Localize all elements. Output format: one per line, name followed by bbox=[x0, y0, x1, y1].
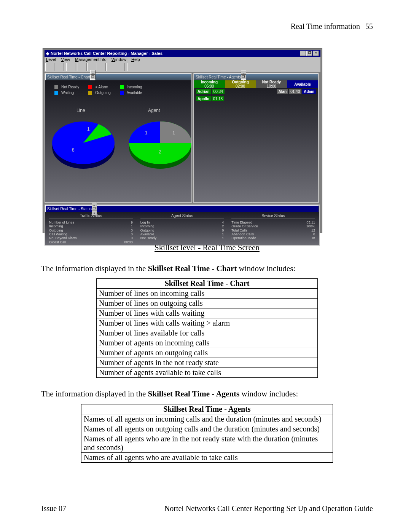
page-number: 55 bbox=[365, 22, 373, 31]
service-status: Sevice Status Time Elapsed03:11Grade Of … bbox=[228, 212, 319, 245]
agents-window: Skillset Real Time - Agents _ ❐ × Incomi… bbox=[193, 73, 319, 203]
toolbar-button[interactable] bbox=[78, 63, 87, 71]
minimize-button[interactable]: _ bbox=[300, 51, 306, 56]
swatch-available bbox=[120, 91, 124, 95]
toolbar-button[interactable] bbox=[127, 63, 136, 71]
status-row: Number of Lines9 bbox=[49, 220, 133, 224]
col-incoming: Incoming05:00 bbox=[194, 80, 225, 88]
traffic-title: Traffic Status bbox=[49, 214, 133, 219]
chart-window-title: Skillset Real Time - Chart _ ❐ × bbox=[45, 73, 191, 80]
agent-title: Agent Status bbox=[140, 214, 224, 219]
svg-text:1: 1 bbox=[87, 126, 90, 132]
table-row: Number of agents in the not ready state bbox=[97, 358, 318, 368]
maximize-button[interactable]: ❐ bbox=[241, 75, 246, 79]
table-row: Names of all agents on outgoing calls an… bbox=[81, 424, 333, 434]
table-row: Names of all agents who are available to… bbox=[81, 452, 333, 462]
pie-agent: 1 1 2 bbox=[126, 115, 194, 177]
table-header: Skillset Real Time - Chart bbox=[97, 279, 318, 289]
text-bold: Skillset Real Time - Agents bbox=[148, 389, 240, 398]
status-row: Time Elapsed03:11 bbox=[231, 220, 315, 224]
toolbar-button[interactable] bbox=[45, 63, 54, 71]
table-row: Names of all agents who are in the not r… bbox=[81, 434, 333, 452]
app-icon: ◆ bbox=[46, 51, 49, 56]
table-row: Number of lines on outgoing calls bbox=[97, 299, 318, 308]
table-chart-info: Skillset Real Time - Chart Number of lin… bbox=[96, 278, 318, 378]
header-rule bbox=[41, 34, 373, 34]
app-titlebar: ◆ Nortel Networks Call Center Reporting … bbox=[45, 50, 320, 57]
maximize-button[interactable]: ❐ bbox=[90, 75, 96, 79]
svg-text:1: 1 bbox=[172, 130, 175, 136]
text: The information displayed in the bbox=[41, 264, 148, 273]
col-outgoing: Outgoing02:00 bbox=[225, 80, 256, 88]
status-title-text: Skillset Real Time - Status bbox=[47, 207, 92, 211]
table-row: Number of lines on incoming calls bbox=[97, 289, 318, 299]
menu-help[interactable]: Help bbox=[131, 57, 140, 62]
status-window-title: Skillset Real Time - Status _ ❐ × bbox=[45, 205, 319, 212]
legend-label: Available bbox=[127, 91, 142, 95]
legend-label: Outgoing bbox=[95, 91, 111, 95]
minimize-button[interactable]: _ bbox=[241, 70, 246, 75]
status-row: Available1 bbox=[140, 232, 224, 236]
section-title: Real Time information bbox=[291, 22, 360, 31]
chart-window: Skillset Real Time - Chart _ ❐ × Not Rea… bbox=[45, 73, 192, 203]
status-row: Abandon Calls0 bbox=[231, 232, 315, 236]
table-row: Number of agents on outgoing calls bbox=[97, 348, 318, 358]
svg-text:8: 8 bbox=[72, 147, 75, 153]
toolbar-button[interactable] bbox=[55, 63, 64, 71]
page-header: Real Time information 55 bbox=[41, 22, 373, 33]
app-title: Nortel Networks Call Center Reporting - … bbox=[51, 51, 162, 56]
text-bold: Skillset Real Time - Chart bbox=[148, 264, 237, 273]
maximize-button[interactable]: ❐ bbox=[92, 206, 97, 211]
swatch-not-ready bbox=[54, 85, 58, 89]
chart-title-text: Skillset Real Time - Chart bbox=[47, 75, 90, 79]
status-row: Call Waiting0 bbox=[49, 232, 133, 236]
svg-text:2: 2 bbox=[159, 149, 161, 155]
chart-body: Not Ready Waiting > Alarm Outgoing Incom… bbox=[45, 80, 191, 202]
table-row: Number of lines with calls waiting > ala… bbox=[97, 318, 318, 328]
table-row: Number of lines available for calls bbox=[97, 328, 318, 338]
col-not-ready: Not Ready10:00 bbox=[256, 80, 287, 88]
menu-view[interactable]: View bbox=[61, 57, 70, 62]
agent-time: 01:40 bbox=[289, 89, 301, 94]
para-2: The information displayed in the Skillse… bbox=[41, 388, 373, 399]
footer-right: Nortel Networks Call Center Reporting Se… bbox=[164, 504, 373, 513]
status-row: Outgoing0 bbox=[140, 228, 224, 232]
agent-status: Agent Status Log In4Incoming2Outgoing0Av… bbox=[137, 212, 228, 245]
status-row: Operation ModeIn bbox=[231, 236, 315, 240]
swatch-outgoing bbox=[88, 91, 92, 95]
maximize-button[interactable]: ❐ bbox=[306, 51, 312, 56]
status-body: Traffic Status Number of Lines9Incoming1… bbox=[45, 212, 319, 245]
table-row: Number of agents available to take calls bbox=[97, 368, 318, 378]
agents-window-title: Skillset Real Time - Agents _ ❐ × bbox=[194, 73, 318, 80]
legend-label: Incoming bbox=[127, 85, 142, 89]
menu-management[interactable]: ManagementInfo bbox=[75, 57, 107, 62]
chart-legend: Not Ready Waiting > Alarm Outgoing Incom… bbox=[54, 85, 142, 95]
para-1: The information displayed in the Skillse… bbox=[41, 263, 373, 274]
table-header: Skillset Real Time - Agents bbox=[81, 404, 333, 414]
pie-label-line: Line bbox=[76, 108, 85, 113]
toolbar-button[interactable] bbox=[116, 63, 125, 71]
toolbar-button[interactable] bbox=[66, 63, 75, 71]
traffic-status: Traffic Status Number of Lines9Incoming1… bbox=[45, 212, 137, 245]
status-row: Incoming1 bbox=[49, 224, 133, 228]
agent-badge: Apollo bbox=[196, 96, 211, 101]
minimize-button[interactable]: _ bbox=[92, 202, 97, 206]
table-row: Number of lines with calls waiting bbox=[97, 308, 318, 318]
close-button[interactable]: × bbox=[313, 51, 319, 56]
pie-line: 1 8 bbox=[49, 115, 118, 177]
menu-window[interactable]: Window bbox=[112, 57, 126, 62]
toolbar-sep bbox=[125, 63, 127, 71]
toolbar bbox=[45, 62, 320, 72]
app-screenshot: ◆ Nortel Networks Call Center Reporting … bbox=[43, 48, 322, 233]
status-row: Outgoing0 bbox=[49, 228, 133, 232]
toolbar-button[interactable] bbox=[97, 63, 106, 71]
agent-badge: Alan bbox=[277, 89, 288, 94]
menu-level[interactable]: Level bbox=[46, 57, 56, 62]
status-row: Oldest Call00:00 bbox=[49, 240, 133, 244]
toolbar-button[interactable] bbox=[106, 63, 115, 71]
minimize-button[interactable]: _ bbox=[90, 70, 96, 75]
swatch-waiting bbox=[54, 91, 58, 95]
swatch-alarm bbox=[88, 85, 92, 89]
agents-title-text: Skillset Real Time - Agents bbox=[196, 75, 241, 79]
menu-bar: Level View ManagementInfo Window Help bbox=[45, 57, 320, 62]
